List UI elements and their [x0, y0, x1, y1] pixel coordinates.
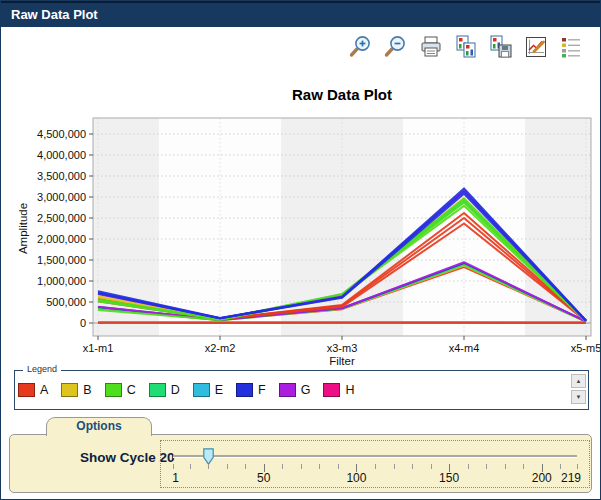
y-tick-label: 3,500,000 — [37, 170, 86, 182]
raw-data-chart[interactable]: 0500,0001,000,0001,500,0002,000,0002,500… — [1, 111, 601, 369]
x-tick-label: x5-m5 — [571, 342, 601, 354]
slider-tick — [208, 464, 209, 469]
y-tick-label: 2,000,000 — [37, 233, 86, 245]
legend-item-label: C — [127, 383, 136, 397]
legend-item-F: F — [236, 383, 266, 397]
legend-item-label: A — [40, 383, 48, 397]
toggle-legend-button[interactable] — [558, 34, 584, 60]
legend-swatch-G — [279, 383, 296, 397]
legend-items: ABCDEFGH — [15, 371, 588, 409]
toolbar — [348, 34, 584, 60]
legend-item-G: G — [279, 383, 311, 397]
zoom-out-icon — [383, 34, 409, 60]
legend-item-E: E — [193, 383, 223, 397]
slider-tick — [301, 464, 302, 469]
slider-tick — [190, 464, 191, 469]
slider-tick — [227, 464, 228, 469]
zoom-out-button[interactable] — [383, 34, 409, 60]
y-tick-label: 3,000,000 — [37, 191, 86, 203]
legend-item-A: A — [18, 383, 48, 397]
edit-chart-icon — [523, 34, 549, 60]
legend-item-label: B — [83, 383, 91, 397]
slider-tick-label: 50 — [257, 471, 270, 485]
save-chart-button[interactable] — [488, 34, 514, 60]
legend-swatch-B — [61, 383, 78, 397]
y-tick-label: 4,000,000 — [37, 149, 86, 161]
slider-tick-labels: 150100150200219 — [173, 471, 577, 486]
slider-tick — [577, 464, 578, 469]
x-tick-label: x3-m3 — [327, 342, 358, 354]
legend-item-label: E — [215, 383, 223, 397]
legend-item-C: C — [105, 383, 136, 397]
edit-chart-button[interactable] — [523, 34, 549, 60]
slider-tick — [468, 464, 469, 469]
x-tick-label: x4-m4 — [449, 342, 480, 354]
tab-options[interactable]: Options — [46, 417, 152, 436]
options-panel: Show Cycle 20 150100150200219 — [9, 434, 592, 493]
y-tick-label: 500,000 — [46, 296, 86, 308]
legend-panel-label: Legend — [23, 364, 61, 374]
legend-item-label: F — [258, 383, 266, 397]
zoom-in-button[interactable] — [348, 34, 374, 60]
slider-tick — [394, 464, 395, 469]
legend-panel: Legend ABCDEFGH ▲ ▼ — [14, 370, 589, 410]
copy-chart-icon — [453, 34, 479, 60]
x-axis-title: Filter — [329, 355, 355, 367]
slider-thumb[interactable] — [203, 448, 214, 465]
legend-item-B: B — [61, 383, 91, 397]
window-title: Raw Data Plot — [1, 3, 600, 27]
legend-scroll-down-button[interactable]: ▼ — [571, 390, 586, 404]
legend-swatch-C — [105, 383, 122, 397]
raw-data-plot-window: Raw Data Plot — [0, 0, 601, 500]
legend-scroll-up-button[interactable]: ▲ — [571, 374, 586, 388]
slider-tick — [560, 464, 561, 469]
y-axis-title: Amplitude — [17, 203, 29, 254]
legend-swatch-E — [193, 383, 210, 397]
y-tick-label: 1,500,000 — [37, 254, 86, 266]
legend-swatch-A — [18, 383, 35, 397]
legend-swatch-F — [236, 383, 253, 397]
legend-item-label: D — [171, 383, 180, 397]
slider-tick — [173, 464, 174, 469]
print-button[interactable] — [418, 34, 444, 60]
slider-track[interactable] — [173, 455, 577, 458]
legend-item-H: H — [323, 383, 354, 397]
slider-tick — [412, 464, 413, 469]
y-tick-label: 2,500,000 — [37, 212, 86, 224]
slider-tick — [338, 464, 339, 469]
x-tick-label: x1-m1 — [83, 342, 114, 354]
y-tick-label: 0 — [80, 317, 86, 329]
slider-tick — [523, 464, 524, 469]
y-tick-label: 1,000,000 — [37, 275, 86, 287]
y-tick-label: 4,500,000 — [37, 128, 86, 140]
legend-item-D: D — [149, 383, 180, 397]
copy-chart-button[interactable] — [453, 34, 479, 60]
legend-swatch-H — [323, 383, 340, 397]
slider-tick-label: 1 — [172, 471, 179, 485]
slider-tick — [431, 464, 432, 469]
slider-tick-label: 200 — [532, 471, 552, 485]
slider-tick-label: 219 — [561, 471, 581, 485]
x-tick-label: x2-m2 — [205, 342, 236, 354]
legend-item-label: H — [345, 383, 354, 397]
slider-tick-label: 150 — [439, 471, 459, 485]
legend-item-label: G — [301, 383, 311, 397]
slider-tick-label: 100 — [346, 471, 366, 485]
slider-tick — [245, 464, 246, 469]
slider-tick — [375, 464, 376, 469]
slider-tick — [282, 464, 283, 469]
slider-tick — [486, 464, 487, 469]
zoom-in-icon — [348, 34, 374, 60]
legend-list-icon — [558, 34, 584, 60]
print-icon — [418, 34, 444, 60]
cycle-slider: 150100150200219 — [160, 440, 590, 488]
legend-swatch-D — [149, 383, 166, 397]
slider-tick — [505, 464, 506, 469]
chart-title: Raw Data Plot — [93, 86, 591, 103]
slider-thumb-icon — [203, 448, 214, 465]
legend-scrollbar: ▲ ▼ — [571, 374, 586, 404]
slider-tick — [319, 464, 320, 469]
window-titlebar: Raw Data Plot — [1, 1, 600, 27]
save-chart-icon — [488, 34, 514, 60]
